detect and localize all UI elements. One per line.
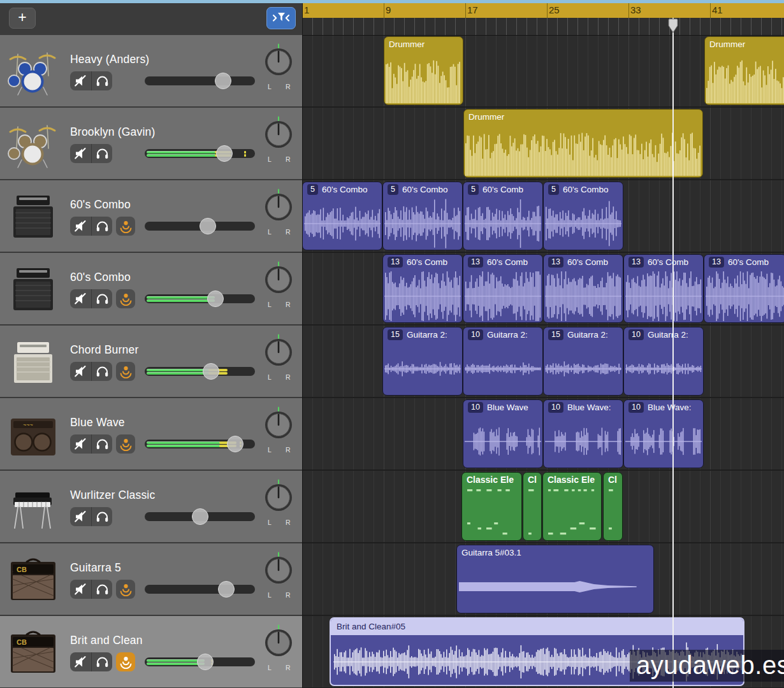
region-drummer[interactable]: Drummer: [463, 109, 703, 178]
pan-knob[interactable]: LR: [262, 552, 295, 600]
volume-slider[interactable]: [145, 440, 255, 448]
track-icon[interactable]: [5, 481, 61, 533]
input-monitoring-button[interactable]: [116, 362, 135, 381]
volume-slider[interactable]: [145, 657, 255, 666]
region-guitarra-2-[interactable]: 15Guitarra 2:: [543, 327, 623, 396]
solo-button[interactable]: [92, 434, 113, 454]
track-header-6[interactable]: ~~~Blue WaveLR: [0, 398, 302, 469]
input-monitoring-button[interactable]: [116, 580, 135, 599]
solo-button[interactable]: [92, 289, 113, 308]
region-60-s-comb[interactable]: 1360's Comb: [623, 254, 704, 323]
region-guitarra-2-[interactable]: 10Guitarra 2:: [463, 327, 543, 396]
track-icon[interactable]: ~~~: [5, 408, 61, 461]
track-header-7[interactable]: Wurlitzer ClassicLR: [0, 471, 302, 542]
region-60-s-comb[interactable]: 1360's Comb: [543, 254, 623, 323]
region-blue-wave-[interactable]: 10Blue Wave:: [543, 399, 623, 468]
region-classic-ele[interactable]: Classic Ele: [542, 472, 602, 541]
volume-slider[interactable]: [145, 76, 255, 85]
volume-slider-thumb[interactable]: [200, 218, 216, 234]
volume-slider-thumb[interactable]: [218, 581, 235, 598]
volume-slider-thumb[interactable]: [207, 290, 224, 307]
track-header-3[interactable]: 60's ComboLR: [0, 180, 302, 252]
region-drummer[interactable]: Drummer: [384, 36, 463, 105]
region-60-s-comb[interactable]: 1360's Comb: [463, 254, 543, 323]
track-name[interactable]: Blue Wave: [70, 416, 125, 429]
region-guitarra-5-03-1[interactable]: Guitarra 5#03.1: [456, 545, 654, 613]
mute-button[interactable]: [70, 362, 92, 381]
pan-knob[interactable]: LR: [262, 334, 295, 382]
mute-button[interactable]: [70, 507, 92, 526]
region-60-s-combo[interactable]: 560's Combo: [382, 182, 463, 250]
volume-slider-thumb[interactable]: [192, 508, 208, 525]
pan-knob[interactable]: LR: [262, 189, 295, 237]
region-60-s-combo[interactable]: 560's Combo: [302, 182, 382, 250]
track-icon[interactable]: [5, 45, 61, 97]
input-monitoring-button[interactable]: [116, 652, 135, 671]
track-filter-button[interactable]: [266, 7, 296, 29]
volume-slider[interactable]: [145, 512, 255, 521]
region-guitarra-2-[interactable]: 15Guitarra 2:: [382, 327, 463, 396]
region-60-s-combo[interactable]: 560's Combo: [543, 182, 623, 250]
cycle-range-bar[interactable]: 1917253341: [302, 3, 784, 18]
region-drummer[interactable]: Drummer: [704, 36, 784, 105]
volume-slider-thumb[interactable]: [197, 654, 214, 670]
solo-button[interactable]: [92, 652, 113, 671]
track-icon[interactable]: [5, 336, 61, 388]
ruler-tick-strip[interactable]: [302, 18, 784, 36]
region-60-s-comb[interactable]: 560's Comb: [463, 182, 543, 250]
pan-knob[interactable]: LR: [262, 116, 295, 164]
mute-button[interactable]: [70, 71, 92, 90]
track-name[interactable]: Guitarra 5: [70, 561, 121, 575]
region-classic-ele[interactable]: Classic Ele: [461, 472, 522, 541]
track-icon[interactable]: [5, 263, 61, 315]
volume-slider[interactable]: [145, 367, 255, 376]
track-icon[interactable]: CB: [5, 554, 61, 606]
track-header-2[interactable]: Brooklyn (Gavin)LR: [0, 108, 302, 179]
solo-button[interactable]: [92, 217, 113, 236]
track-name[interactable]: Wurlitzer Classic: [70, 489, 155, 502]
pan-knob[interactable]: LR: [262, 261, 295, 310]
track-icon[interactable]: CB: [5, 626, 61, 678]
track-name[interactable]: Heavy (Anders): [70, 53, 149, 66]
mute-button[interactable]: [70, 144, 92, 163]
input-monitoring-button[interactable]: [116, 289, 135, 308]
region-60-s-comb[interactable]: 1360's Comb: [382, 254, 463, 323]
track-name[interactable]: 60's Combo: [70, 198, 131, 211]
region-guitarra-2-[interactable]: 10Guitarra 2:: [623, 327, 704, 396]
solo-button[interactable]: [92, 144, 113, 163]
volume-slider[interactable]: [145, 222, 255, 231]
mute-button[interactable]: [70, 652, 92, 671]
pan-knob[interactable]: LR: [262, 624, 295, 673]
track-name[interactable]: Brit and Clean: [70, 634, 143, 647]
region-blue-wave-[interactable]: 10Blue Wave:: [623, 399, 704, 468]
mute-button[interactable]: [70, 217, 92, 236]
mute-button[interactable]: [70, 580, 92, 599]
track-header-9[interactable]: CBBrit and CleanLR: [0, 616, 302, 687]
mute-button[interactable]: [70, 289, 92, 308]
solo-button[interactable]: [92, 580, 113, 599]
input-monitoring-button[interactable]: [116, 217, 135, 236]
track-icon[interactable]: [5, 118, 61, 170]
timeline-ruler[interactable]: 1917253341: [302, 3, 784, 35]
volume-slider-thumb[interactable]: [216, 145, 233, 162]
volume-slider[interactable]: [145, 149, 255, 158]
volume-slider-thumb[interactable]: [215, 73, 231, 89]
solo-button[interactable]: [92, 507, 113, 526]
volume-slider[interactable]: [145, 294, 255, 303]
volume-slider[interactable]: [145, 585, 255, 594]
track-header-4[interactable]: 60's ComboLR: [0, 253, 302, 324]
playhead-handle[interactable]: [668, 18, 678, 33]
mute-button[interactable]: [70, 434, 92, 454]
track-icon[interactable]: [5, 190, 61, 243]
volume-slider-thumb[interactable]: [227, 436, 243, 452]
solo-button[interactable]: [92, 362, 113, 381]
region-cl[interactable]: Cl: [603, 472, 623, 541]
input-monitoring-button[interactable]: [116, 434, 135, 454]
region-blue-wave[interactable]: 10Blue Wave: [463, 399, 543, 468]
region-60-s-comb[interactable]: 1360's Comb: [704, 254, 784, 323]
pan-knob[interactable]: LR: [262, 479, 295, 527]
track-name[interactable]: Chord Burner: [70, 343, 138, 357]
track-header-1[interactable]: Heavy (Anders)LR: [0, 35, 302, 106]
track-name[interactable]: Brooklyn (Gavin): [70, 125, 156, 139]
pan-knob[interactable]: LR: [262, 43, 295, 92]
